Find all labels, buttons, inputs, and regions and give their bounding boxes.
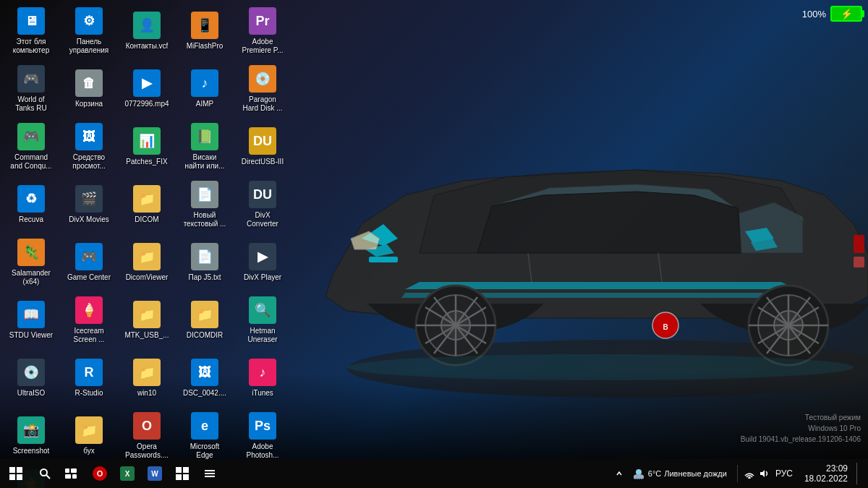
icon-label-icecream: IcecreamScreen ...	[74, 327, 105, 344]
icon-label-dicom: DICOM	[135, 215, 158, 224]
icon-image-dicomdir: 📁	[191, 301, 218, 328]
desktop-icon-dsc-photo[interactable]: 🖼 DSC_0042....	[177, 351, 232, 406]
icon-image-adobe-photoshop: Ps	[249, 412, 276, 440]
taskbar-word[interactable]: W	[142, 459, 168, 488]
icon-label-opera-passwords: OperaPasswords....	[125, 442, 169, 460]
language-indicator[interactable]: РУС	[773, 468, 796, 479]
desktop-icon-byx[interactable]: 📁 бух	[61, 408, 116, 463]
desktop-icon-recuva[interactable]: ♻ Recuva	[4, 177, 59, 232]
desktop-icon-control-panel[interactable]: ⚙ Панельуправления	[61, 4, 116, 59]
desktop-icon-itunes[interactable]: ♪ iTunes	[235, 351, 290, 406]
weather-temp: 6°C	[648, 469, 661, 478]
icon-label-new-text: Новыйтекстовый ...	[184, 211, 226, 228]
icon-label-aimp: AIMP	[196, 100, 213, 108]
desktop-icon-salamander[interactable]: 🦎 Salamander(x64)	[4, 235, 59, 290]
icon-label-microsoft-edge: MicrosoftEdge	[190, 442, 220, 460]
taskbar-pinned-apps: O X W	[84, 459, 226, 488]
icon-image-sredstvo: 🖼	[75, 123, 103, 150]
desktop-icon-dicom[interactable]: 📁 DICOM	[119, 177, 174, 232]
desktop-icon-microsoft-edge[interactable]: e MicrosoftEdge	[177, 408, 232, 463]
icon-image-game-center: 🎮	[75, 243, 103, 270]
desktop-icon-ultraiso[interactable]: 💿 UltraISO	[4, 351, 59, 406]
start-button[interactable]	[0, 459, 32, 488]
desktop-icon-visaki[interactable]: 📗 Висакинайти или...	[177, 119, 232, 174]
icon-label-mtk-usb: MTK_USB_...	[124, 331, 169, 340]
taskbar: O X W	[0, 459, 868, 488]
svg-rect-37	[176, 474, 182, 480]
desktop-icon-cnc[interactable]: 🎮 Commandand Conqu...	[4, 119, 59, 174]
desktop-icon-game-center[interactable]: 🎮 Game Center	[61, 235, 116, 290]
desktop-icon-divx-movies[interactable]: 🎬 DivX Movies	[61, 177, 116, 232]
desktop-icons-area: 🖥 Этот блякомпьютер ⚙ Панельуправления 👤…	[0, 0, 311, 463]
desktop-icon-screenshot[interactable]: 📸 Screenshot	[4, 408, 59, 463]
icon-image-adobe-premiere: Pr	[249, 7, 276, 35]
icon-label-sredstvo: Средствопросмот...	[72, 153, 106, 171]
desktop-icon-par-j5[interactable]: 📄 Пар J5.txt	[177, 235, 232, 290]
icon-label-dicomdir: DICOMDIR	[187, 331, 224, 340]
desktop-icon-patches-fix[interactable]: 📊 Patches_FIX	[119, 119, 174, 174]
taskbar-system-tray: 6°C Ливневые дожди РУС	[608, 463, 868, 484]
desktop-icon-stdu-viewer[interactable]: 📖 STDU Viewer	[4, 293, 59, 348]
taskbar-task-view[interactable]	[58, 459, 84, 488]
taskbar-search[interactable]	[32, 459, 58, 488]
tray-expand[interactable]	[613, 468, 625, 479]
battery-label: 100%	[802, 9, 826, 20]
desktop-icon-paragon[interactable]: 💿 ParagonHard Disk ...	[235, 61, 290, 116]
icon-image-screenshot: 📸	[17, 416, 45, 444]
desktop-icon-this-pc[interactable]: 🖥 Этот блякомпьютер	[4, 4, 59, 59]
icon-image-patches-fix: 📊	[133, 127, 161, 155]
icon-label-adobe-photoshop: AdobePhotosh...	[246, 442, 278, 460]
svg-rect-35	[176, 467, 182, 473]
svg-text:B: B	[663, 323, 668, 331]
desktop-icon-directusb[interactable]: DU DirectUSB-III	[235, 119, 290, 174]
desktop-icon-icecream[interactable]: 🍦 IcecreamScreen ...	[61, 293, 116, 348]
icon-image-salamander: 🦎	[17, 239, 45, 266]
icon-image-win10: 📁	[133, 359, 161, 386]
icon-image-rstudio: R	[75, 359, 103, 386]
icon-label-screenshot: Screenshot	[13, 447, 50, 455]
desktop-icon-sredstvo[interactable]: 🖼 Средствопросмот...	[61, 119, 116, 174]
tray-network[interactable]	[744, 468, 755, 479]
desktop-icon-opera-passwords[interactable]: O OperaPasswords....	[119, 408, 174, 463]
desktop-icon-miflashpro[interactable]: 📱 MiFlashPro	[177, 4, 232, 59]
icon-label-itunes: iTunes	[252, 389, 273, 398]
desktop-icon-dicomdir[interactable]: 📁 DICOMDIR	[177, 293, 232, 348]
desktop-icon-contacts[interactable]: 👤 Контакты.vcf	[119, 4, 174, 59]
icon-label-byx: бух	[83, 447, 95, 455]
icon-label-divx-movies: DivX Movies	[69, 215, 109, 224]
desktop-icon-hetman[interactable]: 🔍 HetmanUneraser	[235, 293, 290, 348]
icon-label-rstudio: R-Studio	[75, 389, 103, 398]
desktop-icon-world-tanks[interactable]: 🎮 World ofTanks RU	[4, 61, 59, 116]
weather-area[interactable]: 6°C Ливневые дожди	[628, 467, 731, 480]
desktop-icon-rstudio[interactable]: R R-Studio	[61, 351, 116, 406]
icon-label-control-panel: Панельуправления	[69, 38, 109, 55]
desktop-icon-video-mp4[interactable]: ▶ 0772996.mp4	[119, 61, 174, 116]
desktop-icon-divx-converter[interactable]: DU DivXConverter	[235, 177, 290, 232]
icon-image-par-j5: 📄	[191, 243, 218, 270]
taskbar-excel[interactable]: X	[114, 459, 140, 488]
clock-area[interactable]: 23:09 18.02.2022	[799, 463, 854, 484]
icon-image-divx-movies: 🎬	[75, 185, 103, 213]
tray-volume[interactable]	[758, 468, 770, 479]
desktop-icon-adobe-photoshop[interactable]: Ps AdobePhotosh...	[235, 408, 290, 463]
desktop-icon-divx-player[interactable]: ▶ DivX Player	[235, 235, 290, 290]
icon-image-dicom: 📁	[133, 185, 161, 213]
desktop-icon-new-text[interactable]: 📄 Новыйтекстовый ...	[177, 177, 232, 232]
icon-image-this-pc: 🖥	[17, 7, 45, 35]
icon-label-stdu-viewer: STDU Viewer	[9, 331, 53, 340]
show-desktop-button[interactable]	[856, 463, 862, 484]
desktop-icon-recycle[interactable]: 🗑 Корзина	[61, 61, 116, 116]
svg-rect-32	[71, 468, 77, 473]
clock-time: 23:09	[826, 463, 848, 474]
icon-label-contacts: Контакты.vcf	[126, 42, 169, 51]
desktop-icon-aimp[interactable]: ♪ AIMP	[177, 61, 232, 116]
taskbar-opera[interactable]: O	[87, 459, 113, 488]
icon-label-dicomviewer: DicomViewer	[126, 273, 169, 282]
taskbar-media[interactable]	[197, 459, 223, 488]
taskbar-windows[interactable]	[169, 459, 195, 488]
desktop-icon-adobe-premiere[interactable]: Pr AdobePremiere P...	[235, 4, 290, 59]
icon-image-microsoft-edge: e	[191, 412, 218, 440]
desktop-icon-dicomviewer[interactable]: 📁 DicomViewer	[119, 235, 174, 290]
desktop-icon-mtk-usb[interactable]: 📁 MTK_USB_...	[119, 293, 174, 348]
desktop-icon-win10[interactable]: 📁 win10	[119, 351, 174, 406]
